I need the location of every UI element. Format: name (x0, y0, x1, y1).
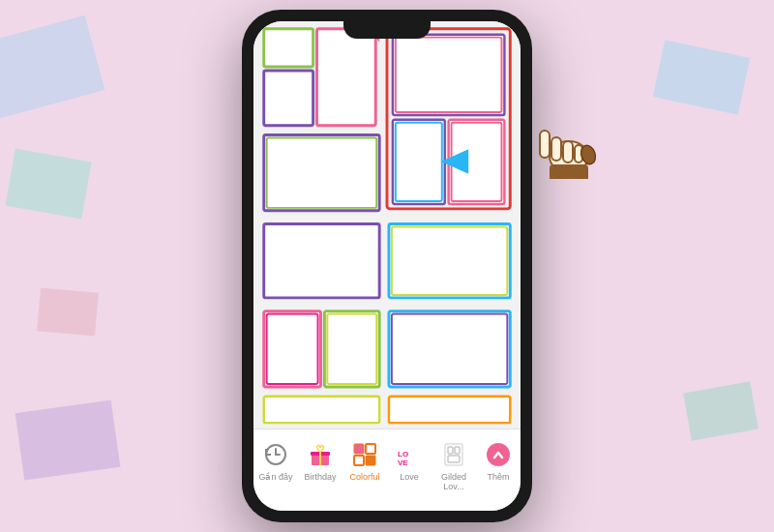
svg-rect-14 (264, 224, 379, 298)
phone-wrapper: Gần đây Birthday (242, 10, 532, 522)
tab-bar: Gần đây Birthday (253, 429, 521, 511)
svg-rect-17 (264, 311, 321, 387)
tab-label-gilded: Gilded Lov... (432, 472, 476, 491)
svg-rect-4 (264, 134, 379, 210)
svg-text:VE: VE (398, 458, 408, 467)
tab-item-them[interactable]: Thêm (476, 437, 521, 482)
svg-rect-31 (354, 456, 364, 465)
birthday-icon (305, 439, 336, 470)
svg-rect-30 (366, 444, 375, 454)
tab-label-them: Thêm (487, 472, 509, 482)
svg-rect-29 (354, 444, 364, 454)
svg-rect-1 (264, 71, 313, 126)
tab-label-birthday: Birthday (304, 472, 336, 482)
phone-notch (343, 21, 431, 39)
bg-shape-4 (653, 40, 751, 114)
tab-label-colorful: Colorful (349, 472, 379, 482)
tab-item-colorful[interactable]: Colorful (342, 437, 387, 482)
gilded-icon (438, 439, 469, 470)
collage-area (253, 21, 521, 429)
tab-item-birthday[interactable]: Birthday (298, 437, 342, 482)
tab-item-recent[interactable]: Gần đây (253, 437, 298, 482)
svg-rect-7 (393, 35, 505, 115)
svg-rect-23 (264, 397, 379, 423)
svg-rect-21 (389, 311, 510, 387)
tab-label-love: Love (400, 472, 419, 482)
svg-rect-0 (264, 29, 313, 67)
tab-item-gilded[interactable]: Gilded Lov... (432, 437, 476, 491)
tab-item-love[interactable]: LO VE Love (387, 437, 432, 482)
svg-rect-9 (393, 120, 445, 204)
love-icon: LO VE (394, 439, 425, 470)
svg-rect-24 (389, 397, 510, 423)
bg-shape-3 (15, 399, 121, 480)
bg-shape-6 (37, 287, 99, 336)
svg-rect-2 (317, 29, 376, 126)
svg-rect-15 (389, 224, 510, 298)
svg-rect-19 (324, 311, 379, 387)
frames-svg (253, 21, 521, 429)
svg-text:LO: LO (398, 450, 408, 458)
bg-shape-2 (5, 149, 91, 220)
bg-shape-5 (683, 381, 759, 440)
colorful-icon (349, 439, 380, 470)
tab-label-recent: Gần đây (258, 472, 292, 482)
phone-device: Gần đây Birthday (242, 10, 532, 522)
more-icon (483, 439, 514, 470)
bg-shape-1 (0, 15, 104, 120)
svg-rect-28 (319, 452, 321, 465)
phone-screen: Gần đây Birthday (253, 21, 521, 511)
svg-rect-32 (366, 456, 375, 465)
recent-icon (260, 439, 291, 470)
